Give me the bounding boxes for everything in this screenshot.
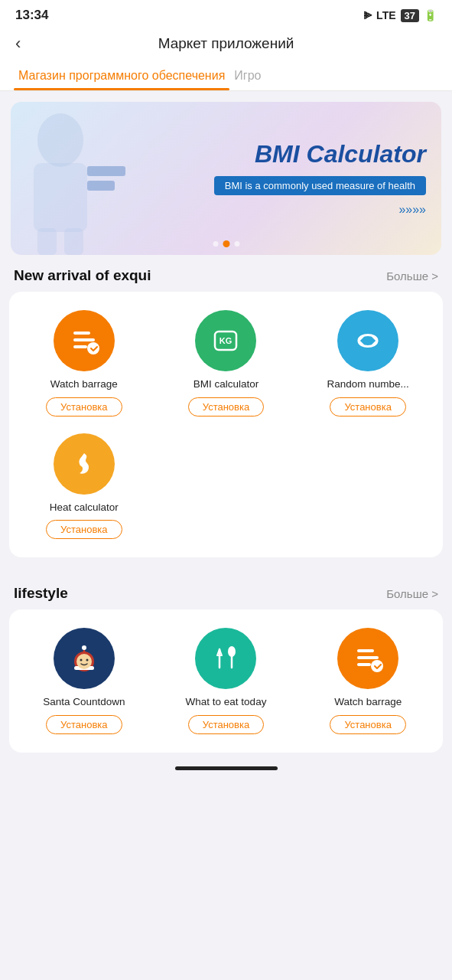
banner-title: BMI Calculator [255, 140, 426, 168]
list-item: Watch barrage Установка [301, 623, 435, 739]
app-name-santa: Santa Countdown [43, 695, 125, 709]
app-icon-eat [195, 628, 256, 689]
app-name-heat: Heat calculator [50, 501, 119, 514]
svg-point-15 [76, 654, 92, 669]
banner-arrows: »»»» [398, 203, 426, 217]
back-button[interactable]: ‹ [15, 34, 21, 54]
list-item: Watch barrage Установка [17, 305, 151, 421]
svg-text:KG: KG [219, 336, 233, 345]
app-icon-heat [54, 433, 115, 495]
battery-badge: 37 [401, 9, 419, 22]
svg-rect-5 [73, 338, 95, 341]
app-icon-watch-barrage [54, 310, 115, 371]
dot-3 [234, 241, 239, 247]
install-button-eat[interactable]: Установка [188, 715, 264, 734]
tab-software[interactable]: Магазин программного обеспечения [14, 63, 229, 90]
list-item: Random numbe... Установка [301, 305, 435, 421]
lifestyle-title: lifestyle [14, 585, 68, 602]
app-icon-random [337, 310, 398, 371]
battery-icon: 🔋 [424, 9, 437, 21]
lifestyle-more[interactable]: Больше > [386, 587, 438, 600]
dot-2 [223, 240, 229, 247]
svg-point-7 [87, 342, 99, 354]
signal-icon: ⫸︎ LTE [363, 9, 395, 21]
app-icon-watch-barrage-2 [337, 628, 398, 689]
new-arrival-more[interactable]: Больше > [386, 270, 438, 283]
new-arrival-grid: Watch barrage Установка KG BMI calculato… [17, 305, 435, 544]
svg-rect-4 [73, 332, 90, 335]
install-button-bmi[interactable]: Установка [188, 397, 264, 416]
page-title: Маркет приложений [158, 35, 294, 52]
tabs-row: Магазин программного обеспечения Игро [0, 63, 452, 91]
list-item: Heat calculator Установка [17, 429, 151, 544]
install-button-santa[interactable]: Установка [46, 715, 122, 734]
lifestyle-header: lifestyle Больше > [0, 573, 452, 609]
app-name-watch-barrage: Watch barrage [50, 377, 118, 391]
svg-point-17 [86, 659, 88, 662]
new-arrival-header: New arrival of exqui Больше > [0, 255, 452, 292]
home-indicator [175, 766, 278, 770]
lifestyle-section: lifestyle Больше > [0, 573, 452, 753]
list-item: KG BMI calculator Установка [159, 305, 294, 421]
svg-rect-6 [73, 345, 87, 348]
list-item: What to eat today Установка [159, 623, 294, 739]
app-name-watch-barrage-2: Watch barrage [334, 695, 402, 709]
lifestyle-card: Santa Countdown Установка [9, 609, 443, 753]
new-arrival-card: Watch barrage Установка KG BMI calculato… [9, 292, 443, 557]
list-item: Santa Countdown Установка [17, 623, 151, 739]
banner-content: BMI Calculator BMI is a commonly used me… [214, 140, 426, 217]
svg-point-16 [80, 659, 82, 662]
banner-dots [213, 240, 239, 247]
app-name-eat: What to eat today [186, 695, 267, 709]
banner-bars [87, 166, 125, 191]
app-name-random: Random numbe... [327, 377, 409, 391]
banner: BMI Calculator BMI is a commonly used me… [11, 102, 441, 255]
svg-point-27 [371, 660, 383, 672]
svg-rect-24 [357, 649, 374, 652]
tab-games[interactable]: Игро [229, 63, 265, 90]
install-button-watch-barrage[interactable]: Установка [46, 397, 122, 416]
status-time: 13:34 [15, 8, 48, 23]
svg-rect-25 [357, 656, 379, 659]
svg-point-0 [37, 113, 83, 167]
install-button-heat[interactable]: Установка [46, 520, 122, 539]
svg-rect-26 [357, 663, 371, 666]
app-icon-bmi: KG [195, 310, 256, 371]
status-right: ⫸︎ LTE 37 🔋 [363, 9, 437, 22]
install-button-watch-barrage-2[interactable]: Установка [330, 715, 405, 734]
svg-rect-1 [34, 163, 87, 232]
dot-1 [213, 241, 218, 247]
app-name-bmi: BMI calculator [193, 377, 259, 391]
svg-rect-2 [37, 228, 57, 255]
svg-rect-3 [64, 228, 83, 255]
header: ‹ Маркет приложений [0, 28, 452, 63]
svg-point-14 [82, 645, 86, 650]
app-icon-santa [54, 628, 115, 689]
svg-point-23 [228, 646, 236, 657]
lifestyle-grid: Santa Countdown Установка [17, 623, 435, 739]
new-arrival-title: New arrival of exqui [14, 267, 151, 284]
status-bar: 13:34 ⫸︎ LTE 37 🔋 [0, 0, 452, 28]
banner-subtitle: BMI is a commonly used measure of health [214, 176, 426, 195]
install-button-random[interactable]: Установка [330, 397, 405, 416]
